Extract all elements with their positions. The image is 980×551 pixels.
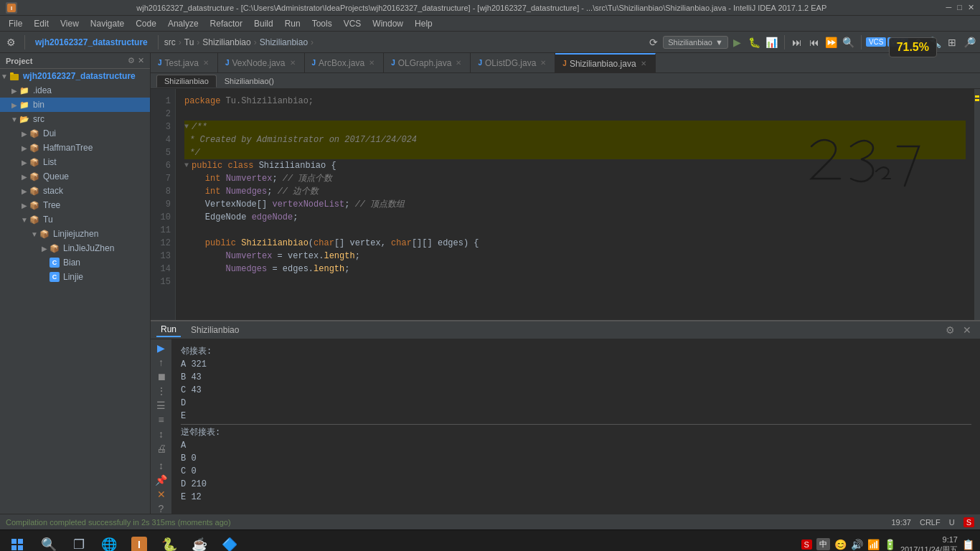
menu-view[interactable]: View	[55, 17, 85, 30]
tree-item-tree[interactable]: ▶ 📦 Tree	[0, 198, 150, 212]
bc-src[interactable]: src	[164, 37, 176, 47]
tray-ch-en[interactable]: 中	[816, 538, 830, 550]
tree-item-queue[interactable]: ▶ 📦 Queue	[0, 169, 150, 184]
bottom-close-icon[interactable]: ✕	[960, 323, 974, 337]
maximize-btn[interactable]: □	[957, 3, 962, 12]
menu-refactor[interactable]: Refactor	[204, 17, 248, 30]
panel-gear-icon[interactable]: ⚙	[128, 56, 135, 65]
menu-edit[interactable]: Edit	[28, 17, 55, 30]
coverage-btn[interactable]: 📊	[764, 34, 780, 50]
fold-icon-3[interactable]: ▼	[184, 121, 189, 133]
tab-vexnode-java[interactable]: J VexNode.java ✕	[218, 53, 305, 72]
menu-vcs[interactable]: VCS	[338, 17, 367, 30]
run-restore-icon[interactable]: ↕	[154, 428, 169, 440]
menu-run[interactable]: Run	[279, 17, 306, 30]
tray-icon-1[interactable]: 😊	[834, 539, 847, 550]
menu-file[interactable]: File	[3, 17, 28, 30]
tab-close-test[interactable]: ✕	[202, 57, 210, 68]
tree-item-haffmantree[interactable]: ▶ 📦 HaffmanTree	[0, 141, 150, 155]
bc-tu[interactable]: Tu	[184, 37, 194, 47]
bottom-settings-icon[interactable]: ⚙	[943, 323, 957, 337]
toolbar-icon-3[interactable]: ⏩	[824, 34, 839, 50]
toolbar-icon-2[interactable]: ⏮	[806, 34, 822, 50]
taskbar-item-5[interactable]: 🔷	[215, 531, 244, 552]
taskbar-edge[interactable]: 🌐	[95, 531, 123, 552]
tab-close-olgraph[interactable]: ✕	[454, 57, 463, 68]
run-question-icon[interactable]: ?	[154, 503, 169, 514]
menu-build[interactable]: Build	[248, 17, 279, 30]
tab-close-olistdg[interactable]: ✕	[539, 57, 547, 68]
close-btn[interactable]: ✕	[968, 3, 974, 12]
menu-tools[interactable]: Tools	[306, 17, 338, 30]
taskbar-item-4[interactable]: ☕	[185, 531, 214, 552]
tab-close-shizilianbiao[interactable]: ✕	[639, 58, 648, 69]
tray-network-icon[interactable]: 📶	[867, 539, 880, 550]
run-pin-icon[interactable]: 📌	[154, 474, 169, 486]
panel-close-icon[interactable]: ✕	[138, 56, 144, 65]
run-close-icon2[interactable]: ✕	[154, 489, 169, 500]
run-btn[interactable]: ▶	[730, 34, 745, 50]
tab-olgraph-java[interactable]: J OLGraph.java ✕	[384, 53, 471, 72]
code-content[interactable]: package Tu.Shizilianbiao; ▼ /** * Create…	[176, 89, 974, 320]
run-list-icon[interactable]: ☰	[154, 400, 169, 411]
tree-item-bin[interactable]: ▶ 📁 bin	[0, 98, 150, 112]
tree-item-list[interactable]: ▶ 📦 List	[0, 155, 150, 169]
bc-shizilianbiao-class[interactable]: Shizilianbiao	[260, 37, 308, 47]
system-clock[interactable]: 9:17 2017/11/24/周五	[900, 534, 958, 552]
bottom-tab-run[interactable]: Run	[156, 323, 181, 337]
tray-battery-icon[interactable]: 🔋	[884, 539, 896, 550]
tab-close-vexnode[interactable]: ✕	[288, 57, 297, 68]
tab-olistdg-java[interactable]: J OListDG.java ✕	[471, 53, 555, 72]
search-everywhere-icon[interactable]: 🔎	[961, 34, 977, 50]
taskbar-search[interactable]: 🔍	[34, 531, 63, 552]
tab-close-arcbox[interactable]: ✕	[367, 57, 376, 68]
vcs-badge-1[interactable]: VCS	[866, 37, 887, 47]
toolbar-icon-1[interactable]: ⏭	[789, 34, 805, 50]
menu-code[interactable]: Code	[130, 17, 162, 30]
run-scroll-icon[interactable]: ↕	[154, 460, 169, 471]
toolbar-icon-7[interactable]: ⊞	[944, 34, 960, 50]
tree-item-stack[interactable]: ▶ 📦 stack	[0, 184, 150, 198]
tree-item-linjiejuzhen-sub[interactable]: ▶ 📦 LinJieJuZhen	[0, 241, 150, 255]
bottom-tab-shizilianbiao[interactable]: Shizilianbiao	[187, 324, 243, 336]
taskbar-task-view[interactable]: ❐	[65, 531, 93, 552]
tree-item-src[interactable]: ▼ 📂 src	[0, 112, 150, 126]
tree-item-dui[interactable]: ▶ 📦 Dui	[0, 126, 150, 141]
run-stop-icon[interactable]: ⏹	[154, 371, 169, 382]
tree-item-bian[interactable]: C Bian	[0, 255, 150, 270]
menu-navigate[interactable]: Navigate	[85, 17, 130, 30]
run-print-icon[interactable]: 🖨	[154, 443, 169, 454]
fold-icon-6[interactable]: ▼	[184, 159, 189, 172]
sync-icon[interactable]: ⟳	[646, 34, 661, 50]
tree-root[interactable]: ▼ wjh20162327_datastructure	[0, 69, 150, 83]
start-button[interactable]	[3, 530, 32, 552]
tray-icon-2[interactable]: 🔊	[851, 539, 863, 550]
sub-tab-shizilianbiao[interactable]: Shizilianbiao	[156, 75, 217, 88]
cursor-position[interactable]: 19:37	[891, 518, 911, 527]
run-play-icon[interactable]: ▶	[154, 342, 169, 354]
menu-help[interactable]: Help	[409, 17, 438, 30]
menu-window[interactable]: Window	[367, 17, 409, 30]
tab-shizilianbiao-java[interactable]: J Shizilianbiao.java ✕	[555, 53, 655, 72]
tab-arcbox-java[interactable]: J ArcBox.java ✕	[305, 53, 385, 72]
taskbar-item-3[interactable]: 🐍	[155, 531, 184, 552]
line-ending[interactable]: CRLF	[920, 518, 941, 527]
run-settings-icon[interactable]: ⋮	[154, 385, 169, 397]
run-rerun-icon[interactable]: ↑	[154, 357, 169, 368]
tree-item-linjiejuzhen[interactable]: ▼ 📦 Linjiejuzhen	[0, 227, 150, 241]
minimize-btn[interactable]: ─	[946, 3, 952, 12]
run-config-dropdown[interactable]: Shizilianbiao ▼	[663, 36, 728, 49]
tree-item-linjie-class[interactable]: C Linjie	[0, 270, 150, 284]
debug-btn[interactable]: 🐛	[747, 34, 763, 50]
sougou-icon[interactable]: S	[963, 517, 974, 527]
toolbar-icon-4[interactable]: 🔍	[841, 34, 857, 50]
bc-shizilianbiao-pkg[interactable]: Shizilianbiao	[202, 37, 250, 47]
taskbar-idea[interactable]: I	[125, 531, 154, 552]
tree-item-idea[interactable]: ▶ 📁 .idea	[0, 83, 150, 98]
run-filter-icon[interactable]: ≡	[154, 414, 169, 425]
toolbar-settings-icon[interactable]: ⚙	[3, 34, 19, 50]
sub-tab-shizilianbiao-constructor[interactable]: Shizilianbiao()	[217, 75, 282, 88]
menu-analyze[interactable]: Analyze	[162, 17, 204, 30]
charset[interactable]: U	[949, 518, 955, 527]
show-desktop-icon[interactable]: 📋	[962, 539, 974, 550]
